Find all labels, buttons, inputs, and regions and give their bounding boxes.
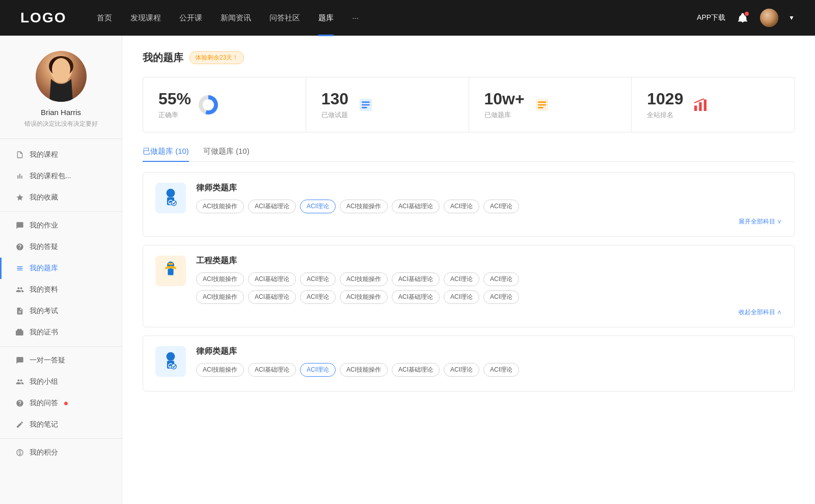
nav-news[interactable]: 新闻资讯 [221,13,251,23]
tag-eng-2-3[interactable]: ACI技能操作 [340,290,388,304]
menu-my-questions[interactable]: 我的问答 [0,393,122,414]
tag-eng-1-5[interactable]: ACI理论 [444,272,479,286]
lawyer-icon-2 [155,346,186,377]
menu-my-group[interactable]: 我的小组 [0,371,122,393]
tag-eng-2-6[interactable]: ACI理论 [483,290,519,304]
avatar-image [760,9,778,27]
tag-lawyer-2-6[interactable]: ACI理论 [483,363,519,377]
svg-rect-15 [168,269,173,275]
nav-more[interactable]: ··· [352,13,359,23]
app-download-button[interactable]: APP下载 [697,13,725,22]
logo[interactable]: LOGO [20,10,66,26]
notification-bell[interactable] [736,11,750,25]
tag-eng-1-1[interactable]: ACI基础理论 [248,272,296,286]
exam-icon [15,306,24,316]
star-icon [15,193,24,202]
bar-red-icon [690,95,711,115]
user-avatar[interactable] [760,9,778,27]
tag-lawyer-1-2[interactable]: ACI理论 [300,200,336,213]
bar-chart-icon [15,172,24,181]
tag-lawyer-1-0[interactable]: ACI技能操作 [196,200,244,213]
nav-open-course[interactable]: 公开课 [179,13,202,23]
tag-eng-1-2[interactable]: ACI理论 [300,272,336,286]
list-orange-icon [532,95,552,115]
navbar: LOGO 首页 发现课程 公开课 新闻资讯 问答社区 题库 ··· APP下载 … [0,0,815,36]
tag-lawyer-2-3[interactable]: ACI技能操作 [340,363,388,377]
tag-eng-2-0[interactable]: ACI技能操作 [196,290,244,304]
tag-lawyer-2-5[interactable]: ACI理论 [444,363,479,377]
stats-row: 55% 正确率 130 已做试题 10w+ 已做题库 [143,77,795,132]
menu-my-points[interactable]: 我的积分 [0,442,122,463]
menu-my-profile[interactable]: 我的资料 [0,279,122,300]
tag-lawyer-1-3[interactable]: ACI技能操作 [340,200,388,213]
menu-one-on-one-label: 一对一答疑 [30,356,65,365]
menu-my-cert[interactable]: 我的证书 [0,322,122,343]
certificate-icon [15,328,24,337]
stat-done-questions-label: 已做试题 [321,110,348,120]
tag-eng-1-0[interactable]: ACI技能操作 [196,272,244,286]
menu-course-package[interactable]: 我的课程包... [0,165,122,187]
tag-eng-1-4[interactable]: ACI基础理论 [392,272,440,286]
menu-my-question-bank-label: 我的题库 [30,264,58,273]
notes-icon [15,420,24,429]
nav-home[interactable]: 首页 [97,13,112,23]
collapse-link-engineer[interactable]: 收起全部科目 ∧ [196,308,782,317]
menu-my-exam[interactable]: 我的考试 [0,300,122,322]
tag-eng-1-3[interactable]: ACI技能操作 [340,272,388,286]
nav-discover[interactable]: 发现课程 [130,13,161,23]
tab-done-banks[interactable]: 已做题库 (10) [143,147,189,161]
engineer-icon [155,256,186,286]
menu-my-points-label: 我的积分 [30,448,58,457]
profile-avatar [36,51,87,102]
tag-lawyer-1-1[interactable]: ACI基础理论 [248,200,296,213]
svg-rect-16 [168,263,173,265]
svg-rect-9 [704,99,707,111]
tags-row-lawyer-1: ACI技能操作 ACI基础理论 ACI理论 ACI技能操作 ACI基础理论 AC… [196,200,782,213]
menu-my-qa-label: 我的答疑 [30,242,58,251]
nav-question-bank[interactable]: 题库 [318,13,334,23]
bank-name-lawyer-1: 律师类题库 [196,183,782,193]
bank-card-engineer: 工程类题库 ACI技能操作 ACI基础理论 ACI理论 ACI技能操作 ACI基… [143,245,795,327]
menu-my-exam-label: 我的考试 [30,306,58,316]
engineer-svg [160,260,181,282]
bank-content-engineer: 工程类题库 ACI技能操作 ACI基础理论 ACI理论 ACI技能操作 ACI基… [196,256,782,317]
tag-eng-1-6[interactable]: ACI理论 [483,272,519,286]
stat-accuracy-value: 55% [158,90,191,108]
bank-card-lawyer-2: 律师类题库 ACI技能操作 ACI基础理论 ACI理论 ACI技能操作 ACI基… [143,335,795,391]
lawyer-icon-1 [155,183,186,213]
menu-my-course[interactable]: 我的课程 [0,144,122,165]
tag-lawyer-2-4[interactable]: ACI基础理论 [392,363,440,377]
sidebar-menu: 我的课程 我的课程包... 我的收藏 我的作业 [0,144,122,463]
tag-lawyer-2-2[interactable]: ACI理论 [300,363,336,377]
menu-my-course-label: 我的课程 [30,150,58,159]
menu-my-homework-label: 我的作业 [30,221,58,230]
sidebar: Brian Harris 错误的决定比没有决定要好 我的课程 我的课程包... [0,36,122,504]
user-dropdown-arrow[interactable]: ▼ [789,14,795,21]
menu-my-homework[interactable]: 我的作业 [0,215,122,236]
page-title: 我的题库 [143,51,183,65]
tag-lawyer-1-4[interactable]: ACI基础理论 [392,200,440,213]
tag-lawyer-1-6[interactable]: ACI理论 [483,200,519,213]
donut-chart [199,95,218,115]
menu-my-qa[interactable]: 我的答疑 [0,236,122,258]
tag-lawyer-2-0[interactable]: ACI技能操作 [196,363,244,377]
menu-course-package-label: 我的课程包... [30,172,71,181]
svg-point-4 [54,75,68,83]
stat-accuracy-label: 正确率 [158,110,191,120]
tag-eng-2-4[interactable]: ACI基础理论 [392,290,440,304]
tag-lawyer-1-5[interactable]: ACI理论 [444,200,479,213]
question-bank-icon [15,264,24,273]
tab-available-banks[interactable]: 可做题库 (10) [203,147,250,161]
tag-lawyer-2-1[interactable]: ACI基础理论 [248,363,296,377]
menu-my-favorites[interactable]: 我的收藏 [0,187,122,208]
tag-eng-2-5[interactable]: ACI理论 [444,290,479,304]
menu-my-question-bank[interactable]: 我的题库 [0,258,122,279]
nav-qa[interactable]: 问答社区 [269,13,300,23]
bank-card-lawyer-1: 律师类题库 ACI技能操作 ACI基础理论 ACI理论 ACI技能操作 ACI基… [143,172,795,237]
expand-link-lawyer-1[interactable]: 展开全部科目 ∨ [196,217,782,226]
stat-rank-value: 1029 [647,90,683,108]
menu-one-on-one[interactable]: 一对一答疑 [0,350,122,371]
tag-eng-2-2[interactable]: ACI理论 [300,290,336,304]
menu-my-notes[interactable]: 我的笔记 [0,414,122,435]
tag-eng-2-1[interactable]: ACI基础理论 [248,290,296,304]
